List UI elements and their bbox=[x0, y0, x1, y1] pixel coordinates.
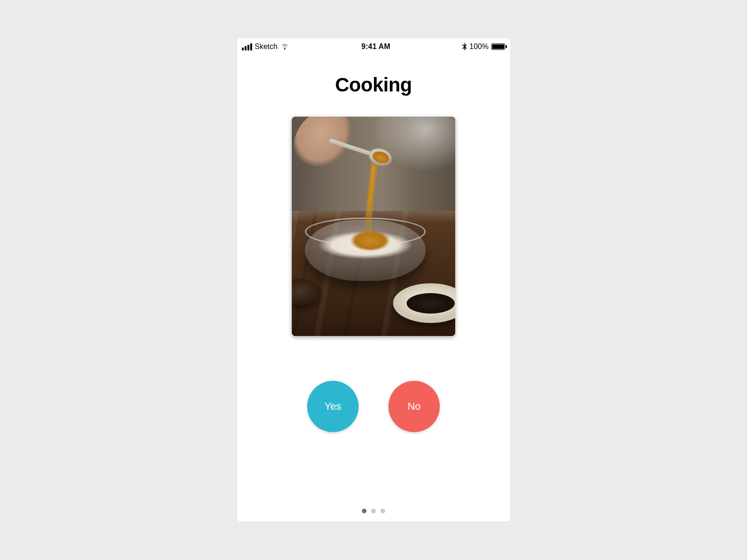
wifi-icon bbox=[280, 43, 289, 50]
page-dot-3[interactable] bbox=[381, 509, 385, 513]
cellular-signal-icon bbox=[242, 43, 252, 50]
status-bar: Sketch 9:41 AM 100% bbox=[237, 38, 510, 52]
phone-frame: Sketch 9:41 AM 100% Cooking bbox=[237, 38, 510, 522]
carrier-label: Sketch bbox=[255, 42, 278, 51]
battery-icon bbox=[491, 43, 505, 50]
status-left: Sketch bbox=[242, 42, 290, 51]
battery-percent: 100% bbox=[470, 42, 489, 51]
subject-image[interactable] bbox=[292, 117, 455, 336]
page-title: Cooking bbox=[335, 74, 412, 96]
page-dot-1[interactable] bbox=[362, 509, 366, 513]
page-dot-2[interactable] bbox=[371, 509, 376, 513]
status-right: 100% bbox=[462, 42, 506, 51]
decision-buttons: Yes No bbox=[307, 381, 440, 432]
no-button[interactable]: No bbox=[388, 381, 440, 432]
bluetooth-icon bbox=[462, 43, 467, 50]
cooking-illustration-icon bbox=[292, 117, 455, 336]
content-area: Cooking Yes No bbox=[237, 52, 510, 522]
status-time: 9:41 AM bbox=[361, 42, 390, 51]
yes-button[interactable]: Yes bbox=[307, 381, 359, 432]
page-indicator[interactable] bbox=[237, 509, 510, 513]
